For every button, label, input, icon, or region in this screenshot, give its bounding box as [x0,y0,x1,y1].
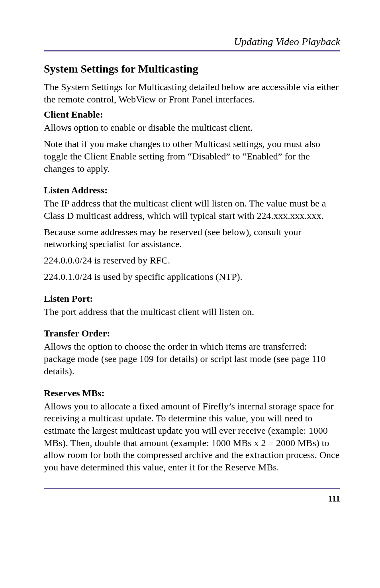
header-rule [44,50,340,51]
client-enable-p1: Allows option to enable or disable the m… [44,122,340,134]
page-container: Updating Video Playback System Settings … [0,0,380,528]
intro-paragraph: The System Settings for Multicasting det… [44,81,340,105]
listen-port-p1: The port address that the multicast clie… [44,306,340,318]
client-enable-heading: Client Enable: [44,109,340,120]
running-header: Updating Video Playback [44,36,340,48]
listen-address-p4: 224.0.1.0/24 is used by specific applica… [44,271,340,283]
reserves-mbs-heading: Reserves MBs: [44,388,340,399]
listen-address-heading: Listen Address: [44,185,340,196]
page-number: 111 [44,494,340,504]
listen-address-p2: Because some addresses may be reserved (… [44,226,340,250]
listen-address-p1: The IP address that the multicast client… [44,197,340,222]
footer-rule [44,488,340,489]
section-title: System Settings for Multicasting [44,63,340,75]
reserves-mbs-p1: Allows you to allocate a fixed amount of… [44,400,340,474]
listen-port-heading: Listen Port: [44,293,340,304]
client-enable-p2: Note that if you make changes to other M… [44,138,340,175]
listen-address-p3: 224.0.0.0/24 is reserved by RFC. [44,254,340,267]
transfer-order-heading: Transfer Order: [44,328,340,339]
transfer-order-p1: Allows the option to choose the order in… [44,340,340,377]
